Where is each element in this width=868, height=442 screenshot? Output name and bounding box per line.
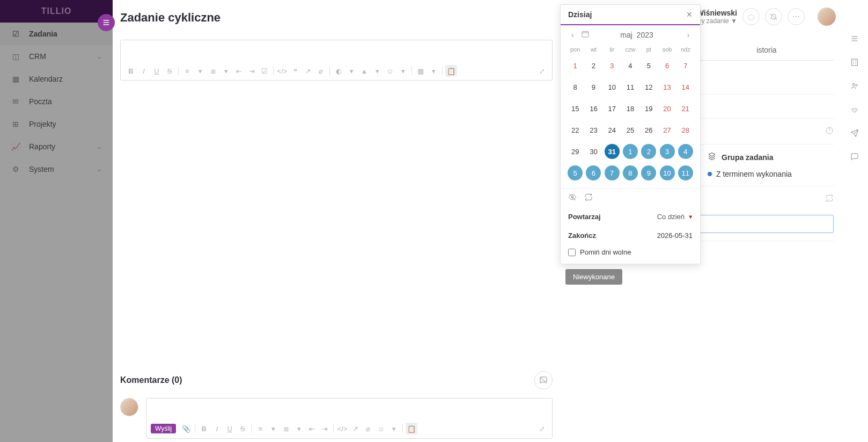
calendar-day[interactable]: 30 bbox=[584, 141, 602, 162]
unlink-icon[interactable]: ⌀ bbox=[362, 423, 374, 434]
month-year-label[interactable]: maj 2023 bbox=[592, 31, 682, 39]
rail-list-icon[interactable] bbox=[849, 33, 860, 44]
calendar-day[interactable]: 1 bbox=[621, 141, 639, 162]
unlink-icon[interactable]: ⌀ bbox=[315, 65, 327, 77]
status-badge[interactable]: Niewykonane bbox=[565, 269, 622, 285]
rail-handshake-icon[interactable] bbox=[849, 104, 860, 115]
description-editor[interactable]: B I U S ≡ ▾ ≣ ▾ ⇤ ⇥ ☑ </> ❝ ↗ ⌀ bbox=[120, 40, 553, 81]
ol-icon[interactable]: ≣ bbox=[280, 423, 292, 434]
repeat-icon[interactable] bbox=[825, 194, 834, 204]
hide-comments-button[interactable] bbox=[534, 371, 553, 389]
emoji-icon[interactable]: ☺ bbox=[375, 423, 387, 434]
emoji-icon[interactable]: ☺ bbox=[384, 65, 396, 77]
calendar-day[interactable]: 28 bbox=[676, 119, 695, 141]
calendar-day[interactable]: 8 bbox=[621, 162, 639, 184]
calendar-day[interactable]: 11 bbox=[621, 76, 639, 98]
calendar-day[interactable]: 23 bbox=[584, 119, 602, 141]
calendar-day[interactable]: 2 bbox=[584, 55, 602, 76]
calendar-day[interactable]: 21 bbox=[676, 98, 695, 119]
bell-off-icon[interactable] bbox=[765, 8, 782, 25]
bold-icon[interactable]: B bbox=[198, 423, 210, 434]
repeat-select[interactable]: Co dzień ▾ bbox=[657, 213, 693, 221]
calendar-day[interactable]: 17 bbox=[603, 98, 621, 119]
outdent-icon[interactable]: ⇤ bbox=[306, 423, 318, 434]
attach-icon[interactable]: 📎 bbox=[180, 423, 192, 434]
calendar-icon[interactable] bbox=[579, 30, 592, 40]
rail-chat-icon[interactable] bbox=[849, 151, 860, 162]
calendar-day[interactable]: 9 bbox=[639, 162, 658, 184]
avatar[interactable] bbox=[818, 8, 836, 26]
expand-icon[interactable]: ⤢ bbox=[536, 65, 548, 77]
italic-icon[interactable]: I bbox=[211, 423, 223, 434]
calendar-day[interactable]: 10 bbox=[603, 76, 621, 98]
calendar-day[interactable]: 14 bbox=[676, 76, 695, 98]
highlight-icon[interactable]: ▲ bbox=[358, 65, 370, 77]
rail-building-icon[interactable] bbox=[849, 57, 860, 68]
underline-icon[interactable]: U bbox=[151, 65, 163, 77]
calendar-day[interactable]: 3 bbox=[603, 55, 621, 76]
calendar-day[interactable]: 3 bbox=[658, 141, 676, 162]
calendar-day[interactable]: 8 bbox=[566, 76, 584, 98]
calendar-day[interactable]: 12 bbox=[639, 76, 658, 98]
calendar-day[interactable]: 20 bbox=[658, 98, 676, 119]
bold-icon[interactable]: B bbox=[125, 65, 137, 77]
calendar-day[interactable]: 27 bbox=[658, 119, 676, 141]
skip-free-checkbox[interactable]: Pomiń dni wolne bbox=[561, 245, 700, 264]
chevron-down-icon[interactable]: ▾ bbox=[345, 65, 357, 77]
ul-icon[interactable]: ≡ bbox=[254, 423, 266, 434]
calendar-day[interactable]: 9 bbox=[584, 76, 602, 98]
prev-month-button[interactable]: ‹ bbox=[566, 31, 579, 39]
fire-icon[interactable]: ◌ bbox=[742, 8, 760, 25]
calendar-day[interactable]: 22 bbox=[566, 119, 584, 141]
calendar-day[interactable]: 6 bbox=[584, 162, 602, 184]
end-value[interactable]: 2026-05-31 bbox=[657, 231, 693, 240]
chevron-down-icon[interactable]: ▾ bbox=[267, 423, 279, 434]
calendar-day[interactable]: 7 bbox=[676, 55, 695, 76]
quote-icon[interactable]: ❝ bbox=[289, 65, 301, 77]
tab-history[interactable]: istoria bbox=[700, 40, 834, 60]
calendar-day[interactable]: 24 bbox=[603, 119, 621, 141]
calendar-day[interactable]: 5 bbox=[566, 162, 584, 184]
calendar-day[interactable]: 2 bbox=[639, 141, 658, 162]
link-icon[interactable]: ↗ bbox=[349, 423, 361, 434]
calendar-day[interactable]: 7 bbox=[603, 162, 621, 184]
strike-icon[interactable]: S bbox=[237, 423, 248, 434]
calendar-day[interactable]: 13 bbox=[658, 76, 676, 98]
calendar-day[interactable]: 4 bbox=[621, 55, 639, 76]
strike-icon[interactable]: S bbox=[164, 65, 175, 77]
ol-icon[interactable]: ≣ bbox=[207, 65, 219, 77]
next-month-button[interactable]: › bbox=[682, 31, 695, 39]
sidebar-toggle-button[interactable] bbox=[98, 14, 115, 31]
calendar-day[interactable]: 4 bbox=[676, 141, 695, 162]
indent-icon[interactable]: ⇥ bbox=[246, 65, 258, 77]
calendar-day[interactable]: 31 bbox=[603, 141, 621, 162]
close-icon[interactable]: ✕ bbox=[686, 10, 693, 19]
underline-icon[interactable]: U bbox=[224, 423, 236, 434]
calendar-day[interactable]: 1 bbox=[566, 55, 584, 76]
comment-editor[interactable]: Wyślij 📎 B I U S ≡ ▾ ≣ ▾ ⇤ ⇥ bbox=[146, 398, 553, 439]
link-icon[interactable]: ↗ bbox=[302, 65, 314, 77]
italic-icon[interactable]: I bbox=[138, 65, 150, 77]
calendar-day[interactable]: 11 bbox=[676, 162, 695, 184]
chevron-down-icon[interactable]: ▾ bbox=[293, 423, 305, 434]
chevron-down-icon[interactable]: ▾ bbox=[397, 65, 409, 77]
calendar-day[interactable]: 10 bbox=[658, 162, 676, 184]
indent-icon[interactable]: ⇥ bbox=[319, 423, 330, 434]
rail-send-icon[interactable] bbox=[849, 128, 860, 139]
table-icon[interactable]: ▦ bbox=[415, 65, 426, 77]
calendar-day[interactable]: 18 bbox=[621, 98, 639, 119]
task-icon[interactable]: ☑ bbox=[259, 65, 270, 77]
outdent-icon[interactable]: ⇤ bbox=[233, 65, 245, 77]
calendar-day[interactable]: 26 bbox=[639, 119, 658, 141]
rail-people-icon[interactable] bbox=[849, 81, 860, 91]
more-icon[interactable]: ⋯ bbox=[788, 8, 805, 25]
send-button[interactable]: Wyślij bbox=[151, 424, 176, 433]
expand-icon[interactable]: ⤢ bbox=[536, 423, 548, 434]
paste-icon[interactable]: 📋 bbox=[445, 65, 457, 77]
chevron-down-icon[interactable]: ▾ bbox=[220, 65, 232, 77]
help-icon[interactable] bbox=[825, 126, 834, 136]
checkbox-input[interactable] bbox=[568, 249, 576, 256]
paste-icon[interactable]: 📋 bbox=[406, 423, 417, 434]
calendar-day[interactable]: 15 bbox=[566, 98, 584, 119]
calendar-day[interactable]: 25 bbox=[621, 119, 639, 141]
